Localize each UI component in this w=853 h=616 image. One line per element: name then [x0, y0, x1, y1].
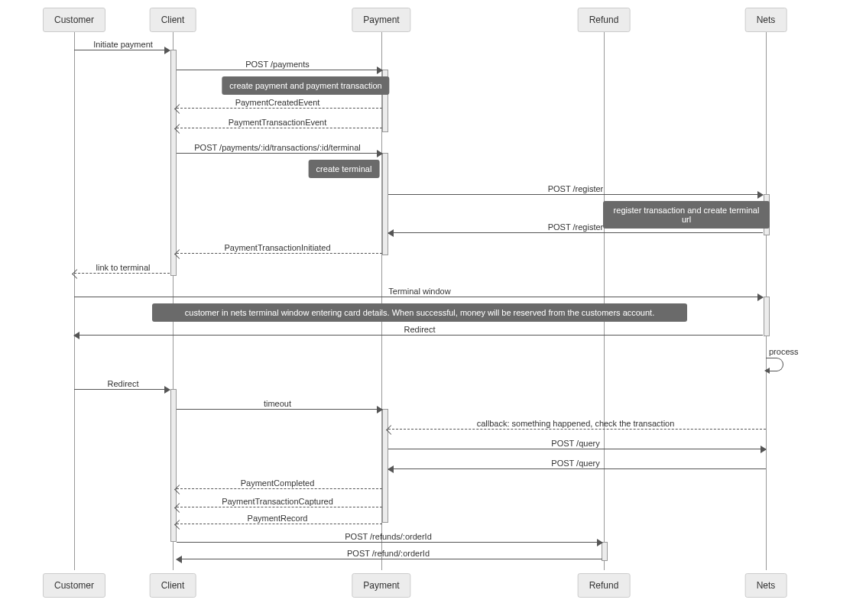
msg-label: Initiate payment	[93, 40, 153, 49]
msg-label: Redirect	[404, 325, 436, 334]
msg-label: POST /query	[551, 459, 599, 468]
actor-client-bottom: Client	[150, 573, 196, 598]
arrow	[74, 273, 170, 274]
arrow	[74, 50, 170, 50]
msg-label: POST /payments	[245, 60, 310, 69]
note: register transaction and create terminal…	[603, 201, 770, 229]
msg-label: timeout	[264, 399, 291, 408]
msg-label: POST /register	[548, 222, 604, 232]
msg-label: process	[769, 347, 799, 356]
activation	[382, 153, 388, 255]
msg-label: POST /register	[548, 184, 604, 193]
arrow	[388, 429, 766, 430]
arrow	[74, 297, 763, 297]
actor-payment: Payment	[352, 8, 410, 32]
msg-label: PaymentTransactionCaptured	[222, 497, 333, 506]
activation	[764, 297, 770, 336]
arrow	[177, 153, 382, 154]
msg-label: PaymentCreatedEvent	[235, 98, 320, 107]
actor-nets: Nets	[745, 8, 787, 32]
sequence-diagram: Customer Client Payment Refund Nets Cust…	[0, 0, 853, 616]
actor-refund: Refund	[578, 8, 631, 32]
arrow	[177, 409, 382, 410]
msg-label: POST /query	[551, 439, 599, 448]
arrow	[177, 507, 382, 507]
msg-label: POST /refunds/:orderId	[345, 532, 432, 541]
actor-nets-bottom: Nets	[745, 573, 787, 598]
activation	[170, 389, 177, 542]
arrow	[177, 559, 602, 559]
arrow	[177, 70, 382, 70]
arrow	[177, 524, 382, 524]
arrow	[74, 335, 763, 336]
actor-customer-bottom: Customer	[43, 573, 105, 598]
lifeline-customer	[74, 32, 75, 570]
msg-label: link to terminal	[96, 263, 151, 272]
arrow	[74, 389, 170, 390]
arrow	[388, 232, 763, 233]
msg-label: Redirect	[108, 379, 139, 388]
arrow	[177, 488, 382, 489]
note: create terminal	[309, 160, 380, 178]
note: customer in nets terminal window enterin…	[152, 303, 687, 322]
arrow	[177, 128, 382, 128]
msg-label: POST /refund/:orderId	[347, 549, 430, 558]
msg-label: Terminal window	[388, 287, 450, 296]
actor-refund-bottom: Refund	[578, 573, 631, 598]
msg-label: PaymentCompleted	[241, 478, 315, 488]
actor-customer: Customer	[43, 8, 105, 32]
msg-label: PaymentTransactionEvent	[229, 118, 327, 127]
arrow	[388, 449, 766, 449]
arrow	[177, 253, 382, 254]
actor-payment-bottom: Payment	[352, 573, 410, 598]
arrow	[177, 542, 602, 543]
lifeline-refund	[604, 32, 605, 570]
msg-label: PaymentTransactionInitiated	[225, 243, 331, 252]
note: create payment and payment transaction	[222, 76, 389, 95]
arrow	[388, 194, 763, 195]
msg-label: POST /payments/:id/transactions/:id/term…	[194, 143, 360, 152]
arrow	[177, 108, 382, 109]
actor-client: Client	[150, 8, 196, 32]
arrow	[388, 468, 766, 469]
activation	[170, 50, 177, 276]
msg-label: callback: something happened, check the …	[477, 419, 675, 428]
self-loop	[766, 358, 783, 371]
msg-label: PaymentRecord	[248, 514, 308, 523]
